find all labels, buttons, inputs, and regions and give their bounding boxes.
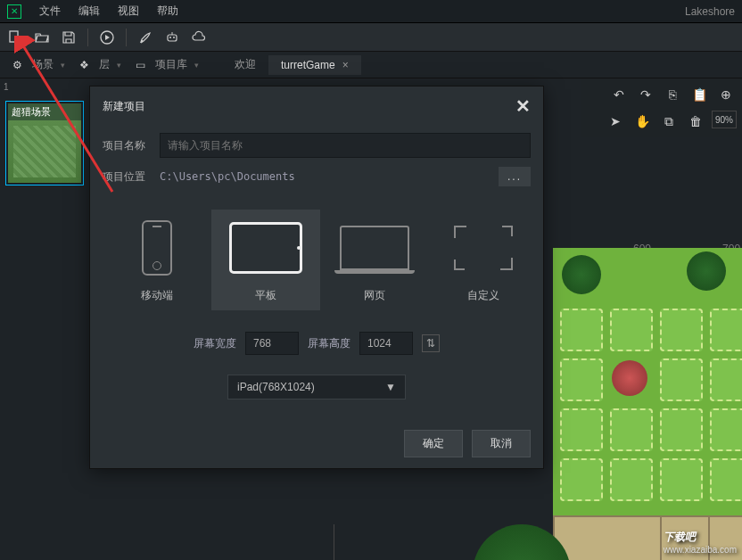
height-input[interactable] xyxy=(359,332,413,355)
settings-icon: ⚙ xyxy=(9,57,25,73)
ok-button[interactable]: 确定 xyxy=(404,430,463,457)
toolbar-separator xyxy=(126,29,127,46)
laptop-icon xyxy=(340,226,409,270)
dialog-title: 新建项目 xyxy=(103,99,145,114)
redo-icon[interactable]: ↷ xyxy=(635,84,656,105)
tab-welcome[interactable]: 欢迎 xyxy=(222,54,268,76)
open-folder-icon[interactable] xyxy=(34,29,50,45)
location-path: C:\Users\pc\Documents xyxy=(160,167,491,186)
chevron-down-icon: ▾ xyxy=(61,61,65,70)
ruler-vertical: 3 0 0 xyxy=(317,524,334,560)
browse-button[interactable]: ... xyxy=(499,167,531,186)
undo-icon[interactable]: ↶ xyxy=(608,84,630,105)
menubar: ✕ 文件 编辑 视图 帮助 Lakeshore xyxy=(0,0,742,23)
close-icon[interactable]: × xyxy=(342,59,349,71)
brand-label: Lakeshore xyxy=(685,5,735,18)
play-icon[interactable] xyxy=(99,29,115,45)
device-mobile[interactable]: 移动端 xyxy=(103,210,211,310)
device-custom[interactable]: 自定义 xyxy=(429,210,538,310)
phone-icon xyxy=(142,220,172,276)
cloud-icon[interactable] xyxy=(191,29,207,45)
menu-edit[interactable]: 编辑 xyxy=(70,4,109,19)
main-toolbar xyxy=(0,23,742,52)
tablet-icon xyxy=(229,222,302,274)
app-logo: ✕ xyxy=(7,4,21,19)
menu-view[interactable]: 视图 xyxy=(109,4,148,19)
rocket-icon[interactable] xyxy=(137,29,153,45)
add-icon[interactable]: ⊕ xyxy=(715,84,737,105)
chevron-down-icon: ▼ xyxy=(385,381,396,393)
watermark: 下载吧 www.xiazaiba.com xyxy=(664,524,737,555)
svg-rect-2 xyxy=(168,35,177,41)
chevron-down-icon: ▾ xyxy=(194,61,199,70)
layer-section[interactable]: ❖ 层 ▾ xyxy=(70,57,127,73)
menu-help[interactable]: 帮助 xyxy=(148,4,187,19)
thumb-title: 超猎场景 xyxy=(8,103,81,120)
secondary-tabbar: ⚙ 场景 ▾ ❖ 层 ▾ ▭ 项目库 ▾ 欢迎 turretGame × xyxy=(0,52,742,78)
dialog-titlebar: 新建项目 ✕ xyxy=(90,86,543,126)
workspace: 1 超猎场景 600700800 3 0 0 ↶ ↷ ⎘ xyxy=(0,78,742,560)
copy-icon[interactable]: ⎘ xyxy=(662,84,683,105)
cancel-button[interactable]: 取消 xyxy=(472,430,531,457)
tab-turretgame[interactable]: turretGame × xyxy=(268,55,361,75)
width-input[interactable] xyxy=(245,332,299,355)
svg-point-3 xyxy=(169,37,171,38)
chevron-down-icon: ▾ xyxy=(117,61,121,70)
scene-panel: 1 超猎场景 xyxy=(0,78,89,560)
trash-icon[interactable]: 🗑 xyxy=(685,111,706,132)
close-button[interactable]: ✕ xyxy=(515,95,531,117)
paste-icon[interactable]: 📋 xyxy=(688,84,710,105)
pointer-icon[interactable]: ➤ xyxy=(605,111,626,132)
zoom-level[interactable]: 90% xyxy=(712,111,737,128)
layers-icon: ❖ xyxy=(76,57,92,73)
toolbar-separator xyxy=(87,29,88,46)
menu-file[interactable]: 文件 xyxy=(30,4,70,19)
location-label: 项目位置 xyxy=(103,169,153,185)
robot-icon[interactable] xyxy=(164,29,180,45)
duplicate-icon[interactable]: ⧉ xyxy=(658,111,680,132)
height-label: 屏幕高度 xyxy=(308,336,350,351)
thumb-preview xyxy=(8,120,81,183)
project-name-input[interactable] xyxy=(160,133,531,158)
preset-value: iPad(768X1024) xyxy=(237,381,315,393)
device-web[interactable]: 网页 xyxy=(320,210,429,310)
scene-section[interactable]: ⚙ 场景 ▾ xyxy=(4,57,70,73)
scene-thumbnail[interactable]: 超猎场景 xyxy=(5,101,84,185)
swap-orientation-icon[interactable]: ⇅ xyxy=(422,334,440,352)
layer-label: 层 xyxy=(99,57,110,72)
tab-label: turretGame xyxy=(281,59,335,71)
preset-select[interactable]: iPad(768X1024) ▼ xyxy=(227,375,406,399)
thumb-index: 1 xyxy=(0,78,89,95)
width-label: 屏幕宽度 xyxy=(194,336,236,351)
new-file-icon[interactable] xyxy=(7,29,23,45)
right-toolbar: ↶ ↷ ⎘ 📋 ⊕ ➤ ✋ ⧉ 🗑 90% xyxy=(581,78,742,137)
new-project-dialog: 新建项目 ✕ 项目名称 项目位置 C:\Users\pc\Documents .… xyxy=(89,86,544,469)
device-tablet[interactable]: 平板 xyxy=(211,210,320,310)
game-canvas[interactable] xyxy=(553,248,742,560)
hand-icon[interactable]: ✋ xyxy=(631,111,653,132)
save-icon[interactable] xyxy=(61,29,77,45)
custom-icon xyxy=(454,226,513,270)
svg-point-4 xyxy=(173,37,175,38)
library-label: 项目库 xyxy=(155,57,187,72)
name-label: 项目名称 xyxy=(103,138,153,153)
library-icon: ▭ xyxy=(132,57,148,73)
library-section[interactable]: ▭ 项目库 ▾ xyxy=(127,57,204,73)
scene-label: 场景 xyxy=(32,57,54,72)
